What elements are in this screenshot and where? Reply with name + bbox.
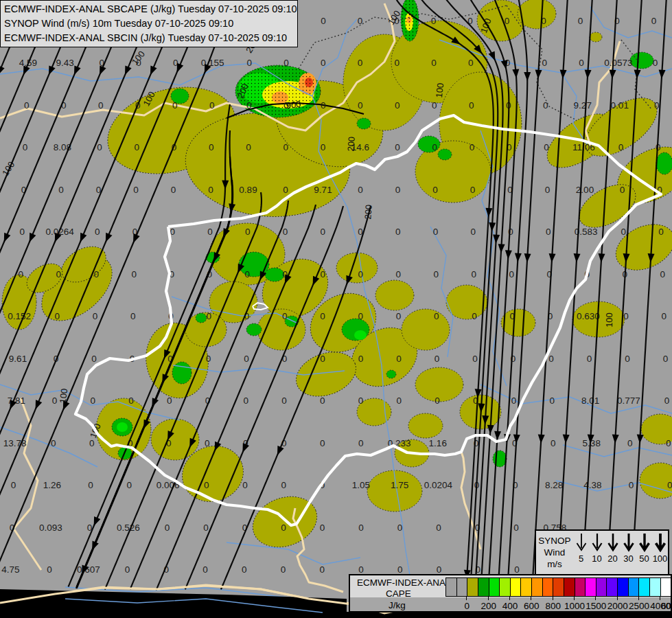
grid-zero-label: 0 [281, 523, 286, 533]
grid-zero-label: 0 [395, 58, 400, 68]
cape-tick [660, 597, 660, 600]
grid-zero-label: 0 [98, 100, 104, 111]
cape-tick [488, 597, 489, 600]
grid-zero-label: 0 [432, 185, 438, 195]
grid-zero-label: 0 [207, 311, 212, 321]
grid-zero-label: 0 [435, 354, 440, 364]
grid-zero-label: 0 [627, 438, 633, 448]
cape-tick-label: 800 [545, 601, 561, 611]
grid-zero-label: 0 [432, 100, 437, 111]
grid-zero-label: 0 [358, 269, 363, 279]
wind-speed-label: 20 [605, 553, 621, 564]
grid-zero-label: 0 [127, 480, 132, 490]
grid-zero-label: 0 [242, 480, 248, 490]
grid-zero-label: 0 [321, 227, 326, 237]
cape-tick [509, 597, 510, 600]
grid-zero-label: 0 [397, 523, 403, 533]
wind-speed-column: 50 [636, 533, 652, 574]
grid-zero-label: 0 [469, 100, 474, 111]
grid-zero-label: 0 [625, 354, 630, 364]
grid-zero-label: 0 [358, 564, 364, 575]
cape-colorbar-cell [499, 578, 510, 596]
grid-zero-label: 0 [88, 480, 93, 490]
grid-zero-label: 0 [470, 185, 476, 195]
grid-zero-label: 0 [52, 396, 58, 406]
grid-zero-label: 0 [283, 58, 289, 68]
grid-zero-label: 0 [246, 142, 251, 152]
grid-value-label: 8.01 [581, 396, 599, 406]
grid-value-label: 2.00 [576, 185, 594, 195]
grid-zero-label: 0 [97, 142, 102, 152]
wind-speed-column: 5 [573, 533, 589, 574]
cape-colorbar-cell [478, 578, 489, 596]
cape-legend-model: ECMWF-INDEX-ANAL [357, 577, 451, 588]
contour-label: 200 [345, 136, 356, 152]
grid-value-label: 1.16 [429, 438, 447, 448]
grid-zero-label: 0 [282, 311, 288, 321]
grid-zero-label: 0 [431, 58, 437, 68]
grid-zero-label: 0 [245, 227, 251, 237]
grid-zero-label: 0 [546, 227, 551, 237]
wind-speed-label: 30 [621, 553, 636, 564]
grid-zero-label: 0 [133, 185, 139, 195]
grid-zero-label: 0 [320, 269, 325, 279]
grid-zero-label: 0 [395, 100, 400, 111]
cape-colorbar-cell [510, 578, 521, 596]
grid-zero-label: 0 [623, 311, 629, 321]
grid-zero-label: 0 [395, 227, 401, 237]
grid-zero-label: 0 [246, 100, 252, 111]
grid-zero-label: 0 [358, 185, 363, 195]
grid-value-label: 0.01 [611, 100, 629, 111]
cape-legend-parameter: CAPE [386, 588, 411, 599]
grid-value-label: 9.43 [56, 58, 73, 68]
grid-value-label: 0.777 [617, 396, 640, 406]
grid-zero-label: 0 [130, 311, 136, 321]
wind-arrow-icon [590, 533, 604, 552]
grid-zero-label: 0 [654, 100, 660, 111]
grid-zero-label: 0 [209, 142, 214, 152]
grid-zero-label: 0 [514, 564, 520, 575]
wind-speed-column: 100 [652, 533, 668, 574]
grid-zero-label: 0 [621, 227, 627, 237]
grid-zero-label: 0 [544, 142, 549, 152]
grid-zero-label: 0 [242, 564, 247, 575]
grid-zero-label: 0 [209, 100, 215, 111]
grid-zero-label: 0 [395, 185, 401, 195]
grid-value-label: 0.093 [39, 523, 62, 533]
cape-colorbar-cell [531, 578, 542, 596]
grid-zero-label: 0 [320, 396, 325, 406]
grid-zero-label: 0 [513, 523, 519, 533]
grid-zero-label: 0 [207, 227, 213, 237]
wind-speed-column: 10 [589, 533, 605, 574]
grid-zero-label: 0 [548, 354, 554, 364]
cape-legend-unit: J/kg [389, 600, 406, 610]
grid-zero-label: 0 [358, 523, 364, 533]
grid-zero-label: 0 [11, 480, 16, 490]
grid-value-label: 9.27 [574, 100, 592, 111]
grid-zero-label: 0 [165, 523, 170, 533]
grid-value-label: 7.81 [8, 396, 25, 406]
grid-value-label: 0.0573 [604, 58, 632, 68]
cape-colorbar-cell [649, 578, 660, 596]
wind-legend-unit: m/s [536, 558, 573, 570]
grid-zero-label: 0 [432, 142, 438, 152]
grid-value-label: 0.152 [8, 311, 31, 321]
grid-zero-label: 0 [55, 311, 60, 321]
cape-colorbar-cell [564, 578, 575, 596]
grid-zero-label: 0 [247, 58, 253, 68]
grid-zero-label: 0 [578, 16, 583, 26]
wind-arrow-icon [653, 533, 667, 552]
grid-zero-label: 0 [664, 396, 670, 406]
cape-tick-label: 600 [524, 601, 540, 611]
grid-zero-label: 0 [396, 311, 402, 321]
grid-zero-label: 0 [204, 480, 209, 490]
cape-tick [466, 597, 467, 600]
grid-zero-label: 0 [358, 16, 363, 26]
weather-map-page: 00000000004.599.430000.15500000000000.05… [0, 0, 672, 618]
grid-zero-label: 0 [662, 311, 667, 321]
wind-speed-column: 30 [621, 533, 636, 574]
wind-speed-label: 100 [652, 553, 668, 564]
grid-zero-label: 0 [397, 396, 402, 406]
contour-label: 100 [434, 82, 445, 98]
cape-colorbar-cell [638, 578, 649, 596]
